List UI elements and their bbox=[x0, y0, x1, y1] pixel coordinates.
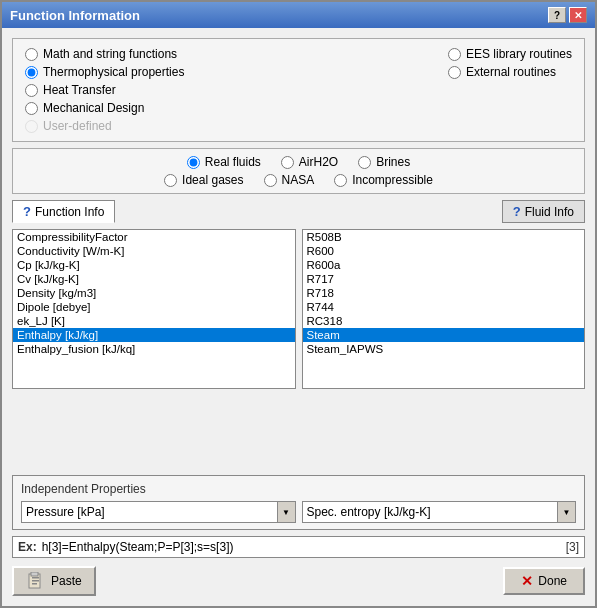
radio-brines-label: Brines bbox=[376, 155, 410, 169]
example-value: h[3]=Enthalpy(Steam;P=P[3];s=s[3]) bbox=[42, 540, 561, 554]
radio-nasa[interactable]: NASA bbox=[264, 173, 315, 187]
radio-airh2o[interactable]: AirH2O bbox=[281, 155, 338, 169]
list-item[interactable]: R600 bbox=[303, 244, 585, 258]
list-item-selected[interactable]: Steam bbox=[303, 328, 585, 342]
tab-fluid-info-label: Fluid Info bbox=[525, 205, 574, 219]
list-item[interactable]: Cp [kJ/kg-K] bbox=[13, 258, 295, 272]
radio-ees[interactable]: EES library routines bbox=[448, 47, 572, 61]
list-item-selected[interactable]: Enthalpy [kJ/kg] bbox=[13, 328, 295, 342]
radio-airh2o-label: AirH2O bbox=[299, 155, 338, 169]
example-label: Ex: bbox=[18, 540, 37, 554]
category-row-1: Math and string functions Thermophysical… bbox=[25, 47, 572, 133]
svg-rect-3 bbox=[32, 580, 39, 582]
done-label: Done bbox=[538, 574, 567, 588]
list-item[interactable]: Conductivity [W/m-K] bbox=[13, 244, 295, 258]
help-button[interactable]: ? bbox=[548, 7, 566, 23]
radio-ees-label: EES library routines bbox=[466, 47, 572, 61]
close-button[interactable]: ✕ bbox=[569, 7, 587, 23]
radio-real[interactable]: Real fluids bbox=[187, 155, 261, 169]
list-item[interactable]: ek_LJ [K] bbox=[13, 314, 295, 328]
radio-ideal[interactable]: Ideal gases bbox=[164, 173, 243, 187]
svg-rect-1 bbox=[31, 572, 38, 576]
title-bar: Function Information ? ✕ bbox=[2, 2, 595, 28]
main-window: Function Information ? ✕ Math and string… bbox=[0, 0, 597, 608]
tab-function-info[interactable]: ? Function Info bbox=[12, 200, 115, 223]
entropy-dropdown-container: Spec. entropy [kJ/kg-K] Temperature [C] … bbox=[302, 501, 577, 523]
radio-user-label: User-defined bbox=[43, 119, 112, 133]
subtype-panel: Real fluids AirH2O Brines Ideal gases bbox=[12, 148, 585, 194]
radio-thermo-label: Thermophysical properties bbox=[43, 65, 184, 79]
entropy-dropdown-arrow[interactable]: ▼ bbox=[558, 501, 576, 523]
radio-math[interactable]: Math and string functions bbox=[25, 47, 418, 61]
window-title: Function Information bbox=[10, 8, 140, 23]
bottom-row: Paste ✕ Done bbox=[12, 566, 585, 596]
subtype-row-1: Real fluids AirH2O Brines bbox=[187, 155, 410, 169]
pressure-dropdown[interactable]: Pressure [kPa] Temperature [C] Temperatu… bbox=[21, 501, 278, 523]
done-x-icon: ✕ bbox=[521, 573, 533, 589]
radio-ext[interactable]: External routines bbox=[448, 65, 572, 79]
list-item[interactable]: CompressibilityFactor bbox=[13, 230, 295, 244]
entropy-dropdown[interactable]: Spec. entropy [kJ/kg-K] Temperature [C] … bbox=[302, 501, 559, 523]
tab-fluid-info[interactable]: ? Fluid Info bbox=[502, 200, 585, 223]
radio-user: User-defined bbox=[25, 119, 418, 133]
indep-title: Independent Properties bbox=[21, 482, 576, 496]
radio-heat-label: Heat Transfer bbox=[43, 83, 116, 97]
list-item[interactable]: Dipole [debye] bbox=[13, 300, 295, 314]
pressure-dropdown-container: Pressure [kPa] Temperature [C] Temperatu… bbox=[21, 501, 296, 523]
list-item[interactable]: R508B bbox=[303, 230, 585, 244]
radio-real-label: Real fluids bbox=[205, 155, 261, 169]
pressure-dropdown-arrow[interactable]: ▼ bbox=[278, 501, 296, 523]
paste-label: Paste bbox=[51, 574, 82, 588]
tab-function-info-label: Function Info bbox=[35, 205, 104, 219]
independent-properties-panel: Independent Properties Pressure [kPa] Te… bbox=[12, 475, 585, 530]
subtype-row-2: Ideal gases NASA Incompressible bbox=[164, 173, 433, 187]
title-bar-buttons: ? ✕ bbox=[548, 7, 587, 23]
paste-button[interactable]: Paste bbox=[12, 566, 96, 596]
list-item[interactable]: R718 bbox=[303, 286, 585, 300]
list-item[interactable]: Cv [kJ/kg-K] bbox=[13, 272, 295, 286]
list-item[interactable]: Steam_IAPWS bbox=[303, 342, 585, 356]
radio-thermo[interactable]: Thermophysical properties bbox=[25, 65, 418, 79]
radio-incomp[interactable]: Incompressible bbox=[334, 173, 433, 187]
radio-mech[interactable]: Mechanical Design bbox=[25, 101, 418, 115]
tabs-row: ? Function Info ? Fluid Info bbox=[12, 200, 585, 223]
svg-rect-4 bbox=[32, 583, 37, 585]
list-item[interactable]: R717 bbox=[303, 272, 585, 286]
radio-ideal-label: Ideal gases bbox=[182, 173, 243, 187]
radio-math-label: Math and string functions bbox=[43, 47, 177, 61]
example-row: Ex: h[3]=Enthalpy(Steam;P=P[3];s=s[3]) [… bbox=[12, 536, 585, 558]
done-button[interactable]: ✕ Done bbox=[503, 567, 585, 595]
radio-mech-label: Mechanical Design bbox=[43, 101, 144, 115]
list-item[interactable]: R744 bbox=[303, 300, 585, 314]
paste-icon bbox=[26, 572, 46, 590]
svg-rect-2 bbox=[32, 577, 39, 579]
category-panel: Math and string functions Thermophysical… bbox=[12, 38, 585, 142]
radio-incomp-label: Incompressible bbox=[352, 173, 433, 187]
lists-row: CompressibilityFactor Conductivity [W/m-… bbox=[12, 229, 585, 469]
function-info-icon: ? bbox=[23, 204, 31, 219]
fluid-list[interactable]: R508B R600 R600a R717 R718 R744 RC318 St… bbox=[302, 229, 586, 389]
indep-dropdowns-row: Pressure [kPa] Temperature [C] Temperatu… bbox=[21, 501, 576, 523]
content-area: Math and string functions Thermophysical… bbox=[2, 28, 595, 606]
fluid-info-icon: ? bbox=[513, 204, 521, 219]
list-item[interactable]: RC318 bbox=[303, 314, 585, 328]
radio-ext-label: External routines bbox=[466, 65, 556, 79]
function-list[interactable]: CompressibilityFactor Conductivity [W/m-… bbox=[12, 229, 296, 389]
list-item[interactable]: R600a bbox=[303, 258, 585, 272]
list-item[interactable]: Enthalpy_fusion [kJ/kq] bbox=[13, 342, 295, 356]
list-item[interactable]: Density [kg/m3] bbox=[13, 286, 295, 300]
paste-svg bbox=[26, 572, 46, 590]
radio-brines[interactable]: Brines bbox=[358, 155, 410, 169]
radio-nasa-label: NASA bbox=[282, 173, 315, 187]
example-bracket: [3] bbox=[566, 540, 579, 554]
radio-heat[interactable]: Heat Transfer bbox=[25, 83, 418, 97]
